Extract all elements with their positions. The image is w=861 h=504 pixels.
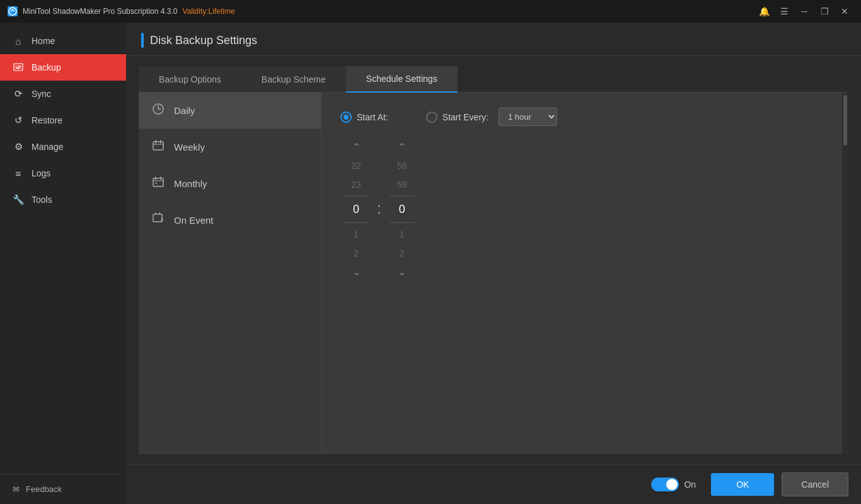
close-button[interactable]: ✕	[836, 3, 853, 20]
hour-current: 0	[353, 200, 359, 219]
on-event-label: On Event	[174, 215, 214, 226]
tab-filler	[458, 66, 848, 93]
app-logo	[8, 6, 18, 16]
weekly-icon	[151, 139, 165, 155]
title-accent	[141, 33, 144, 48]
cancel-button[interactable]: Cancel	[782, 472, 848, 496]
hours-up-button[interactable]: ⌃	[347, 139, 366, 156]
scrollbar-thumb[interactable]	[843, 95, 847, 146]
schedule-type-on-event[interactable]: On Event	[139, 202, 321, 239]
logs-icon: ≡	[13, 168, 24, 179]
sidebar-sync-label: Sync	[32, 89, 51, 99]
tab-schedule-settings[interactable]: Schedule Settings	[346, 66, 458, 93]
restore-icon: ↺	[13, 115, 24, 126]
minutes-column: ⌃ 58 59 0 1 2 ⌄	[386, 139, 418, 280]
hour-plus2: 2	[354, 246, 359, 261]
main-layout: ⌂ Home Backup ⟳ Sync ↺ Resto	[0, 23, 861, 504]
sync-icon: ⟳	[13, 88, 24, 100]
on-event-icon	[151, 212, 165, 228]
sidebar-item-backup[interactable]: Backup	[0, 54, 126, 81]
start-every-dropdown[interactable]: 1 hour 2 hours 3 hours 6 hours 12 hours	[499, 108, 557, 126]
schedule-type-weekly[interactable]: Weekly	[139, 129, 321, 166]
start-every-option[interactable]: Start Every: 1 hour 2 hours 3 hours 6 ho…	[426, 108, 557, 126]
svg-point-0	[9, 8, 16, 15]
tab-backup-scheme[interactable]: Backup Scheme	[241, 66, 346, 93]
manage-icon: ⚙	[13, 141, 24, 152]
start-every-radio[interactable]	[426, 112, 437, 123]
titlebar-left: MiniTool ShadowMaker Pro Subscription 4.…	[8, 6, 235, 16]
hour-minus2: 22	[351, 158, 361, 173]
content-area: Disk Backup Settings Backup Options Back…	[126, 23, 861, 504]
daily-label: Daily	[174, 105, 195, 116]
restore-button[interactable]: ❐	[816, 3, 833, 20]
svg-rect-7	[153, 214, 162, 222]
minutes-down-button[interactable]: ⌄	[393, 263, 411, 280]
schedule-settings-panel: Start At: Start Every: 1 hour 2 hours 3 …	[321, 93, 842, 454]
min-plus1: 1	[400, 227, 405, 242]
settings-panel: Backup Options Backup Scheme Schedule Se…	[126, 56, 861, 464]
sidebar-footer: ✉ Feedback	[0, 474, 126, 504]
sidebar-logs-label: Logs	[32, 168, 50, 178]
page-title: Disk Backup Settings	[150, 34, 257, 47]
schedule-types-list: Daily Weekly	[139, 93, 321, 454]
sidebar-item-manage[interactable]: ⚙ Manage	[0, 134, 126, 160]
min-plus2: 2	[400, 246, 405, 261]
minimize-button[interactable]: ─	[795, 3, 813, 20]
sidebar-tools-label: Tools	[32, 195, 52, 205]
feedback-button[interactable]: ✉ Feedback	[13, 484, 113, 494]
scrollbar-track	[842, 93, 848, 454]
tab-bar: Backup Options Backup Scheme Schedule Se…	[139, 66, 848, 93]
start-at-option[interactable]: Start At:	[340, 112, 388, 123]
sidebar-backup-label: Backup	[32, 62, 61, 72]
ok-button[interactable]: OK	[711, 473, 774, 496]
toggle-row: On	[651, 478, 696, 491]
schedule-type-daily[interactable]: Daily	[139, 93, 321, 129]
app-name: MiniTool ShadowMaker Pro Subscription 4.…	[23, 7, 177, 16]
bottom-bar: On OK Cancel	[126, 464, 861, 504]
min-current: 0	[399, 200, 405, 219]
start-at-label: Start At:	[357, 112, 388, 122]
minutes-up-button[interactable]: ⌃	[393, 139, 411, 156]
min-minus2: 58	[397, 158, 407, 173]
svg-rect-5	[153, 178, 163, 186]
hour-minus1: 23	[351, 177, 361, 192]
radio-row: Start At: Start Every: 1 hour 2 hours 3 …	[340, 108, 823, 126]
hours-column: ⌃ 22 23 0 1 2 ⌄	[340, 139, 372, 280]
time-picker: ⌃ 22 23 0 1 2 ⌄	[340, 139, 823, 280]
svg-rect-6	[155, 183, 157, 184]
start-every-label: Start Every:	[442, 112, 488, 122]
start-at-radio[interactable]	[340, 112, 352, 123]
sidebar-item-logs[interactable]: ≡ Logs	[0, 160, 126, 186]
tab-backup-options[interactable]: Backup Options	[139, 66, 241, 93]
weekly-label: Weekly	[174, 142, 205, 152]
monthly-label: Monthly	[174, 178, 207, 189]
monthly-icon	[151, 176, 165, 192]
sidebar-item-tools[interactable]: 🔧 Tools	[0, 186, 126, 213]
sidebar-manage-label: Manage	[32, 142, 64, 152]
feedback-label: Feedback	[26, 484, 62, 494]
schedule-type-monthly[interactable]: Monthly	[139, 166, 321, 202]
validity-label: Validity:Lifetime	[182, 7, 234, 16]
enable-toggle[interactable]	[651, 478, 679, 491]
feedback-icon: ✉	[13, 484, 20, 494]
page-title-bar: Disk Backup Settings	[126, 23, 861, 56]
sidebar-item-sync[interactable]: ⟳ Sync	[0, 81, 126, 107]
hours-down-button[interactable]: ⌄	[347, 263, 366, 280]
sidebar-item-home[interactable]: ⌂ Home	[0, 28, 126, 54]
sidebar-restore-label: Restore	[32, 115, 62, 125]
titlebar: MiniTool ShadowMaker Pro Subscription 4.…	[0, 0, 861, 23]
toggle-label: On	[684, 479, 696, 490]
min-minus1: 59	[397, 177, 407, 192]
time-separator: :	[377, 200, 381, 220]
tools-icon: 🔧	[13, 194, 24, 205]
notifications-button[interactable]: 🔔	[755, 3, 773, 20]
home-icon: ⌂	[13, 35, 24, 47]
sidebar: ⌂ Home Backup ⟳ Sync ↺ Resto	[0, 23, 126, 504]
menu-button[interactable]: ☰	[775, 3, 793, 20]
svg-rect-4	[153, 142, 163, 150]
sidebar-item-label: Home	[32, 36, 55, 46]
sidebar-nav: ⌂ Home Backup ⟳ Sync ↺ Resto	[0, 23, 126, 474]
sidebar-item-restore[interactable]: ↺ Restore	[0, 107, 126, 134]
inner-panel: Daily Weekly	[139, 93, 848, 454]
backup-icon	[13, 62, 24, 73]
